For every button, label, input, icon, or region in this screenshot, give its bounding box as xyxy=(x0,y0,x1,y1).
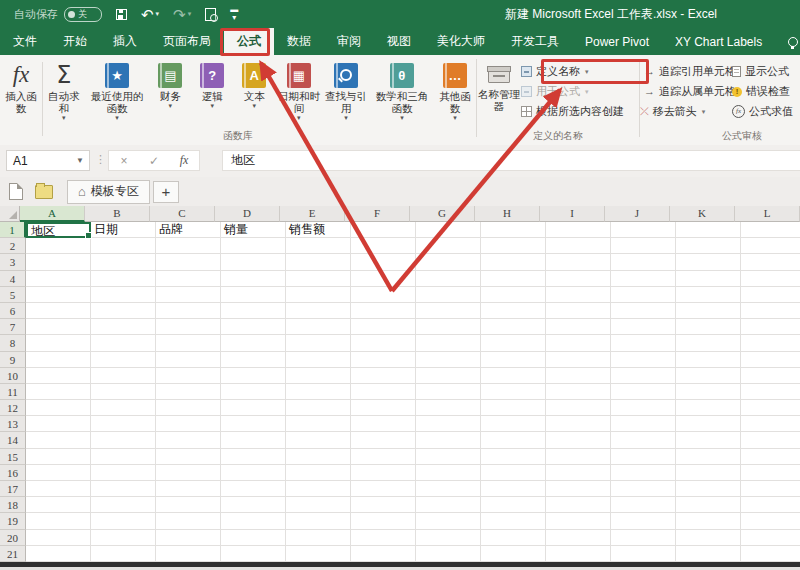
cell-K20[interactable] xyxy=(676,530,741,546)
cell-E19[interactable] xyxy=(286,513,351,529)
cell-K21[interactable] xyxy=(676,546,741,562)
cell-F5[interactable] xyxy=(351,287,416,303)
row-header-17[interactable]: 17 xyxy=(0,481,26,497)
cell-I5[interactable] xyxy=(546,287,611,303)
cell-G7[interactable] xyxy=(416,319,481,335)
cell-L16[interactable] xyxy=(741,465,800,481)
redo-dropdown-icon[interactable]: ▾ xyxy=(188,10,192,18)
cell-L10[interactable] xyxy=(741,368,800,384)
print-preview-button[interactable] xyxy=(205,8,216,21)
cell-L19[interactable] xyxy=(741,513,800,529)
customize-qat-button[interactable]: ▬▾ xyxy=(230,6,238,22)
cell-B21[interactable] xyxy=(91,546,156,562)
cell-D5[interactable] xyxy=(221,287,286,303)
cell-J14[interactable] xyxy=(611,432,676,448)
cell-B3[interactable] xyxy=(91,254,156,270)
cell-I18[interactable] xyxy=(546,497,611,513)
tab-insert[interactable]: 插入 xyxy=(100,28,150,55)
cell-A1[interactable]: 地区 xyxy=(26,222,91,238)
use-in-formula-button[interactable]: 用于公式 ▾ xyxy=(521,84,639,99)
cell-C7[interactable] xyxy=(156,319,221,335)
cell-L9[interactable] xyxy=(741,352,800,368)
cell-G15[interactable] xyxy=(416,449,481,465)
cell-E15[interactable] xyxy=(286,449,351,465)
cell-I1[interactable] xyxy=(546,222,611,238)
cell-G3[interactable] xyxy=(416,254,481,270)
row-header-8[interactable]: 8 xyxy=(0,335,26,351)
cell-E3[interactable] xyxy=(286,254,351,270)
cell-C1[interactable]: 品牌 xyxy=(156,222,221,238)
name-box[interactable]: A1 ▼ xyxy=(6,150,90,171)
cell-B11[interactable] xyxy=(91,384,156,400)
cell-J10[interactable] xyxy=(611,368,676,384)
cell-F8[interactable] xyxy=(351,335,416,351)
cell-G17[interactable] xyxy=(416,481,481,497)
row-header-16[interactable]: 16 xyxy=(0,465,26,481)
cell-C16[interactable] xyxy=(156,465,221,481)
cell-E12[interactable] xyxy=(286,400,351,416)
cell-K2[interactable] xyxy=(676,238,741,254)
open-folder-icon[interactable] xyxy=(35,185,53,199)
cell-E18[interactable] xyxy=(286,497,351,513)
cell-J9[interactable] xyxy=(611,352,676,368)
cell-C10[interactable] xyxy=(156,368,221,384)
cell-J4[interactable] xyxy=(611,271,676,287)
row-header-5[interactable]: 5 xyxy=(0,287,26,303)
cell-B17[interactable] xyxy=(91,481,156,497)
cell-K8[interactable] xyxy=(676,335,741,351)
template-zone-tab[interactable]: ⌂ 模板专区 xyxy=(67,180,150,204)
cell-K1[interactable] xyxy=(676,222,741,238)
name-box-dropdown-icon[interactable]: ▼ xyxy=(76,156,89,165)
cell-D3[interactable] xyxy=(221,254,286,270)
row-header-9[interactable]: 9 xyxy=(0,352,26,368)
cell-L20[interactable] xyxy=(741,530,800,546)
cell-A9[interactable] xyxy=(26,352,91,368)
tab-developer[interactable]: 开发工具 xyxy=(498,28,572,55)
cell-A18[interactable] xyxy=(26,497,91,513)
cell-K16[interactable] xyxy=(676,465,741,481)
cell-H17[interactable] xyxy=(481,481,546,497)
cell-G20[interactable] xyxy=(416,530,481,546)
cell-G10[interactable] xyxy=(416,368,481,384)
cell-H16[interactable] xyxy=(481,465,546,481)
cell-D9[interactable] xyxy=(221,352,286,368)
tab-xy-chart-labels[interactable]: XY Chart Labels xyxy=(662,28,775,55)
cell-B20[interactable] xyxy=(91,530,156,546)
cell-H3[interactable] xyxy=(481,254,546,270)
cell-B18[interactable] xyxy=(91,497,156,513)
cell-G19[interactable] xyxy=(416,513,481,529)
cell-K3[interactable] xyxy=(676,254,741,270)
row-header-11[interactable]: 11 xyxy=(0,384,26,400)
column-header-J[interactable]: J xyxy=(605,206,670,222)
row-header-19[interactable]: 19 xyxy=(0,513,26,529)
cell-H5[interactable] xyxy=(481,287,546,303)
cell-I2[interactable] xyxy=(546,238,611,254)
row-header-2[interactable]: 2 xyxy=(0,238,26,254)
column-header-G[interactable]: G xyxy=(410,206,475,222)
tab-meihua-dashi[interactable]: 美化大师 xyxy=(424,28,498,55)
cell-J12[interactable] xyxy=(611,400,676,416)
cell-J20[interactable] xyxy=(611,530,676,546)
remove-arrows-button[interactable]: ⤫ 移去箭头 ▾ xyxy=(640,104,732,119)
cell-K7[interactable] xyxy=(676,319,741,335)
cell-A19[interactable] xyxy=(26,513,91,529)
cell-F7[interactable] xyxy=(351,319,416,335)
cell-B9[interactable] xyxy=(91,352,156,368)
cell-J5[interactable] xyxy=(611,287,676,303)
row-header-13[interactable]: 13 xyxy=(0,416,26,432)
cell-F11[interactable] xyxy=(351,384,416,400)
cell-J19[interactable] xyxy=(611,513,676,529)
cell-F3[interactable] xyxy=(351,254,416,270)
cell-I4[interactable] xyxy=(546,271,611,287)
define-name-button[interactable]: 定义名称 ▾ xyxy=(521,64,639,79)
create-from-selection-button[interactable]: 根据所选内容创建 xyxy=(521,104,639,119)
cell-H18[interactable] xyxy=(481,497,546,513)
cell-K6[interactable] xyxy=(676,303,741,319)
cell-B4[interactable] xyxy=(91,271,156,287)
cell-K19[interactable] xyxy=(676,513,741,529)
cell-J15[interactable] xyxy=(611,449,676,465)
cell-B15[interactable] xyxy=(91,449,156,465)
cell-I12[interactable] xyxy=(546,400,611,416)
cell-I8[interactable] xyxy=(546,335,611,351)
row-header-6[interactable]: 6 xyxy=(0,303,26,319)
